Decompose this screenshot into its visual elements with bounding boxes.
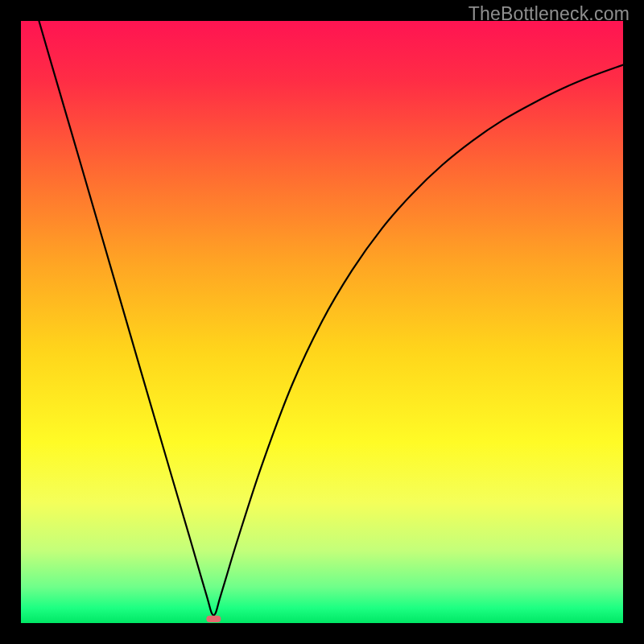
min-marker — [206, 616, 221, 622]
plot-area — [21, 21, 623, 623]
bottleneck-chart — [21, 21, 623, 623]
outer-frame: TheBottleneck.com — [0, 0, 644, 644]
